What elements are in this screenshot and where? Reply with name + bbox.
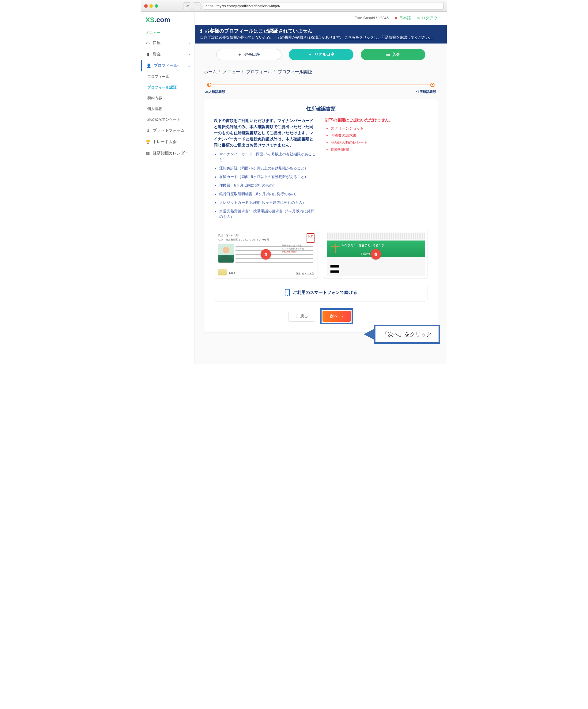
url-input[interactable]: https://my.xs.com/ja/profile/verificatio… [203,2,444,9]
id-expiry: 平成 2 年 5 月 1 日生 2033年5月1日まで有効 令和10年5月1日 [282,244,304,253]
jp-flag-icon [395,17,397,19]
sidebar-item-label: 資金 [153,52,161,57]
card-title: 住所確認書類 [214,106,428,112]
unacceptable-docs-list: スクリーンショット 医療費の請求書 商品購入時のレシート 保険明細書 [325,126,428,152]
new-tab-button[interactable]: ＋ [193,2,201,9]
reload-button[interactable]: ⟳ [183,2,191,9]
ic-chip-icon [331,243,340,253]
acceptable-docs-heading: 以下の書類をご利用いただけます。マイナンバーカードと運転免許証のみ、本人確認書類… [214,117,317,148]
window-min-dot[interactable] [150,4,153,8]
notice-title-text: お客様のプロフィールはまだ認証されていません [205,28,312,34]
real-account-button[interactable]: ＋リアル口座 [289,49,353,60]
breadcrumb-profile[interactable]: プロフィール [246,69,272,74]
sidebar-item-trade[interactable]: 🏆トレード大会 [141,136,194,148]
list-item: 在留カード（両面- 6ヶ月以上の有効期限があること） [219,174,317,180]
step-2-label: 住所確認書類 [416,89,436,94]
download-icon: ⬇ [145,128,150,133]
sidebar-subitem-profile[interactable]: プロフィール [141,71,194,82]
logo-dotcom: .com [154,16,170,24]
delete-doc-button[interactable] [261,249,271,260]
language-selector[interactable]: 日本語 [395,16,411,21]
sidebar-item-platform[interactable]: ⬇プラットフォーム [141,125,194,136]
sidebar-subitem-contract[interactable]: 契約内容 [141,93,194,104]
signout-link[interactable]: ⎋ログアウト [417,16,441,21]
qr-code-icon [330,264,339,273]
uploaded-doc-back[interactable]: 氏名 1234 5678 9012 平成2年5月1日生 [324,230,428,279]
uploaded-doc-front[interactable]: 氏名 佐々木 太郎 住所 東京都港区 1-2-3 XS マンション 401 号 [214,230,318,279]
sidebar-item-account[interactable]: ▭口座 ‹ [141,37,194,49]
barcode-strip [327,233,425,239]
sidebar-item-label: 経済指標カレンダー [153,151,189,156]
unacceptable-docs-heading: 以下の書類はご提出いただけません。 [325,117,428,123]
list-item: 銀行口座取引明細書（6ヶ月以内に発行のもの） [219,191,317,197]
id-signature: 署名 佐々木太郎 [296,272,314,275]
id-name: 佐々木 太郎 [226,234,239,237]
ic-chip-icon [218,269,227,275]
window-max-dot[interactable] [155,4,158,8]
back-button[interactable]: ‹戻る [289,311,315,322]
smartphone-label: ご利用のスマートフォンで続ける [293,290,357,295]
sidebar-item-label: 口座 [153,41,161,46]
sidebar-item-funds[interactable]: ▮資金 ‹ [141,49,194,60]
sidebar-item-label: トレード大会 [153,139,177,145]
id-number: 1234 [229,271,235,274]
chevron-left-icon: ‹ [189,42,190,45]
breadcrumb-menu[interactable]: メニュー [223,69,240,74]
chevron-down-icon: ⌄ [188,64,190,68]
signout-icon: ⎋ [417,16,420,20]
user-icon: ▭ [145,41,150,45]
delete-doc-button[interactable] [371,249,381,260]
breadcrumb-home[interactable]: ホーム [204,69,217,74]
notice-subtext: 口座開設に必要な情報が揃っていないため、一部の機能が制限される場合があります。 [200,35,345,39]
deposit-button[interactable]: ▭入金 [361,49,425,60]
sidebar-subitem-econ[interactable]: 経済状況アンケート [141,114,194,125]
list-item: クレジットカード明細書（6ヶ月以内に発行のもの） [219,200,317,205]
info-icon: ℹ [200,28,202,34]
notice-link[interactable]: こちらをクリックし、不足情報を確認してください。 [345,35,433,39]
sidebar: XS.com メニュー ▭口座 ‹ ▮資金 ‹ 👤プロフィール ⌄ プロフィール… [141,11,195,364]
button-label: 入金 [392,52,400,57]
hamburger-icon[interactable]: ≡ [200,15,203,21]
calendar-icon: ▦ [145,151,150,156]
wallet-icon: ▮ [145,52,150,57]
verification-card: 住所確認書類 以下の書類をご利用いただけます。マイナンバーカードと運転免許証のみ… [204,99,438,332]
chevron-left-icon: ‹ [189,53,190,56]
step-1-indicator [207,83,211,87]
sidebar-subitem-verification[interactable]: プロフィール認証 [141,82,194,93]
topbar: ≡ Taro Sasaki / 12345 日本語 ⎋ログアウト [195,11,447,25]
signout-label: ログアウト [421,16,441,21]
browser-chrome: ⟳ ＋ https://my.xs.com/ja/profile/verific… [141,0,447,11]
list-item: 運転免許証（両面- 6ヶ月以上の有効期限があること） [219,165,317,171]
step-line [211,84,430,85]
plus-icon: ＋ [308,52,312,57]
list-item: スクリーンショット [331,126,428,131]
continue-on-smartphone[interactable]: ご利用のスマートフォンで続ける [214,284,428,301]
id-photo [218,243,234,263]
breadcrumb-current: プロフィール認証 [278,69,312,74]
mynumber-stamp: 個人番号 カード [306,233,315,243]
sidebar-item-calendar[interactable]: ▦経済指標カレンダー [141,148,194,159]
instruction-callout: 「次へ」をクリック [364,325,440,344]
plus-icon: ＋ [238,52,242,57]
sidebar-subitem-personal[interactable]: 個人情報 [141,104,194,114]
smartphone-icon [285,289,290,296]
button-label: リアル口座 [315,52,335,57]
trash-icon [263,252,268,257]
next-button-highlight: 次へ› [320,308,353,324]
button-label: デモ口座 [244,52,260,57]
window-close-dot[interactable] [144,4,148,8]
demo-account-button[interactable]: ＋デモ口座 [216,49,282,60]
logo: XS.com [141,11,194,27]
breadcrumb: ホーム/ メニュー/ プロフィール/ プロフィール認証 [195,65,447,81]
person-icon: 👤 [146,63,151,68]
list-item: 医療費の請求書 [331,133,428,138]
id-addr: 東京都港区 1-2-3 XS マンション 401 号 [226,238,269,241]
menu-label: メニュー [141,27,194,37]
trash-icon [373,252,378,257]
sidebar-item-profile[interactable]: 👤プロフィール ⌄ [141,60,194,71]
id-back-number: 1234 5678 9012 [345,243,385,248]
id-addr-label: 住所 [218,238,223,241]
callout-text: 「次へ」をクリック [374,325,440,344]
next-button[interactable]: 次へ› [322,311,351,322]
language-label: 日本語 [399,16,411,21]
